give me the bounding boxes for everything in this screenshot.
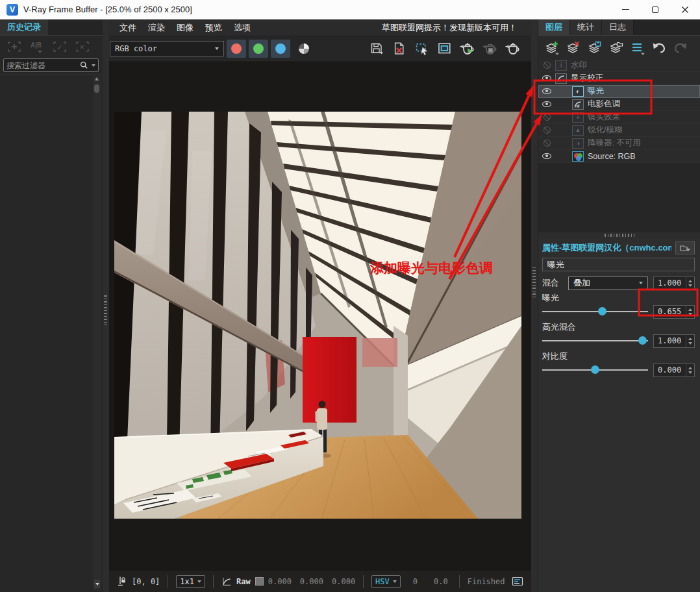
divider xyxy=(168,575,168,588)
visibility-toggle[interactable] xyxy=(538,88,555,94)
exposure-spinner[interactable]: 0.655 xyxy=(653,305,695,319)
add-layer-button[interactable] xyxy=(544,40,560,55)
search-options-arrow-icon[interactable] xyxy=(92,64,95,67)
splitter-grip xyxy=(532,267,536,297)
tab-history[interactable]: 历史记录 xyxy=(0,19,48,35)
tab-log[interactable]: 日志 xyxy=(602,19,634,35)
divider xyxy=(363,575,364,588)
scroll-down-button[interactable] xyxy=(94,580,100,588)
eye-icon xyxy=(542,153,551,159)
log-console-icon[interactable] xyxy=(512,576,523,587)
menu-options[interactable]: 选项 xyxy=(228,19,256,36)
minimize-icon xyxy=(622,9,629,10)
color-mode-select[interactable]: HSV xyxy=(371,575,401,588)
exposure-slider[interactable] xyxy=(542,303,648,320)
eye-off-icon xyxy=(544,114,551,121)
sharpen-blur-icon: ▲ xyxy=(572,125,584,136)
layer-row-sharpen-blur[interactable]: ▲ 锐化/模糊 xyxy=(538,124,700,137)
layer-name-label: 曝光 xyxy=(547,259,564,271)
blue-channel-icon xyxy=(275,43,286,54)
history-delete-button[interactable]: × xyxy=(74,40,91,54)
region-select-button[interactable] xyxy=(412,40,432,58)
layer-list-menu-button[interactable] xyxy=(630,40,645,55)
search-input[interactable] xyxy=(6,61,80,70)
layer-label: 水印 xyxy=(571,60,587,71)
color-mode-value: HSV xyxy=(375,577,390,586)
slider-thumb[interactable] xyxy=(598,307,606,315)
history-load-button[interactable]: ✓ xyxy=(51,40,68,54)
tab-stats[interactable]: 统计 xyxy=(570,19,602,35)
redo-button[interactable] xyxy=(673,40,688,55)
menu-preview[interactable]: 预览 xyxy=(199,19,228,36)
visibility-toggle[interactable] xyxy=(538,153,555,159)
spinner-arrows[interactable] xyxy=(686,364,694,376)
delete-layer-button[interactable] xyxy=(566,40,581,55)
render-state: Finished xyxy=(468,577,505,586)
layer-label: 降噪器: 不可用 xyxy=(588,138,641,149)
layer-row-watermark[interactable]: i 水印 xyxy=(538,59,700,72)
clear-image-icon xyxy=(392,42,406,56)
layer-row-filmic-tonemap[interactable]: 电影色调 xyxy=(538,98,700,111)
spinner-arrows[interactable] xyxy=(686,277,694,290)
properties-splitter[interactable] xyxy=(538,232,700,238)
spinner-arrows[interactable] xyxy=(686,335,694,347)
left-splitter[interactable] xyxy=(103,19,109,592)
green-channel-button[interactable] xyxy=(249,40,268,58)
menu-bar: 文件 渲染 图像 预览 选项 草图联盟网提示！发现新版本可用！ xyxy=(109,19,531,36)
properties-menu-button[interactable] xyxy=(675,241,695,254)
highlight-slider[interactable] xyxy=(542,332,648,349)
contrast-spinner[interactable]: 0.000 xyxy=(653,364,695,377)
save-layers-button[interactable] xyxy=(587,40,603,55)
contrast-slider[interactable] xyxy=(542,362,648,378)
visibility-toggle[interactable] xyxy=(538,127,555,134)
properties-title: 属性-草图联盟网汉化（cnwhc.com） xyxy=(542,242,671,254)
delete-history-icon: × xyxy=(74,40,91,54)
minimize-button[interactable] xyxy=(610,0,640,19)
save-image-button[interactable] xyxy=(367,40,386,58)
spinner-arrows[interactable] xyxy=(686,306,694,318)
exposure-icon: ◐ xyxy=(572,86,584,97)
history-tab-strip: 历史记录 xyxy=(0,19,103,36)
scroll-down-icon xyxy=(95,583,99,586)
clear-image-button[interactable] xyxy=(390,40,409,58)
blend-mode-select[interactable]: 叠加 xyxy=(568,277,648,290)
pixel-ratio-select[interactable]: 1x1 xyxy=(176,575,205,588)
menu-render[interactable]: 渲染 xyxy=(142,19,171,36)
close-button[interactable] xyxy=(670,0,700,19)
history-scrollbar[interactable] xyxy=(93,76,101,590)
load-layers-button[interactable] xyxy=(608,40,624,55)
cursor-coordinates: [0, 0] xyxy=(132,577,160,586)
layer-row-denoiser[interactable]: ◑ 降噪器: 不可用 xyxy=(538,137,700,150)
right-splitter[interactable] xyxy=(531,19,538,592)
maximize-button[interactable] xyxy=(640,0,670,19)
blend-amount-value: 1.000 xyxy=(654,278,686,288)
red-channel-button[interactable] xyxy=(227,40,246,58)
render-last-button[interactable] xyxy=(503,40,523,58)
scrollbar-thumb[interactable] xyxy=(94,84,99,93)
layer-row-display-correction[interactable]: 显示校正 xyxy=(538,72,700,85)
slider-thumb[interactable] xyxy=(638,336,647,345)
tab-layers[interactable]: 图层 xyxy=(538,19,570,35)
undo-button[interactable] xyxy=(651,40,667,55)
blue-channel-button[interactable] xyxy=(271,40,290,58)
layer-row-exposure[interactable]: ◐ 曝光 xyxy=(538,85,700,98)
history-compare-button[interactable]: A|B xyxy=(29,39,45,55)
visibility-toggle[interactable] xyxy=(538,140,555,147)
mono-channel-button[interactable] xyxy=(299,43,309,54)
layer-row-lens-effects[interactable]: + 镜头效果 xyxy=(538,111,700,124)
layer-row-source-rgb[interactable]: Source: RGB xyxy=(538,150,700,163)
render-stop-button[interactable] xyxy=(481,40,500,58)
render-start-button[interactable] xyxy=(458,40,477,58)
blend-amount-spinner[interactable]: 1.000 xyxy=(653,277,695,290)
slider-thumb[interactable] xyxy=(591,365,599,374)
visibility-toggle[interactable] xyxy=(538,114,555,121)
highlight-spinner[interactable]: 1.000 xyxy=(653,334,695,348)
history-save-button[interactable] xyxy=(6,40,23,54)
visibility-toggle[interactable] xyxy=(538,62,555,69)
visibility-toggle[interactable] xyxy=(538,75,555,81)
channel-select[interactable]: RGB color xyxy=(110,41,224,56)
menu-image[interactable]: 图像 xyxy=(171,19,199,36)
region-render-toggle[interactable] xyxy=(435,40,455,58)
visibility-toggle[interactable] xyxy=(538,101,555,107)
menu-file[interactable]: 文件 xyxy=(114,19,142,36)
